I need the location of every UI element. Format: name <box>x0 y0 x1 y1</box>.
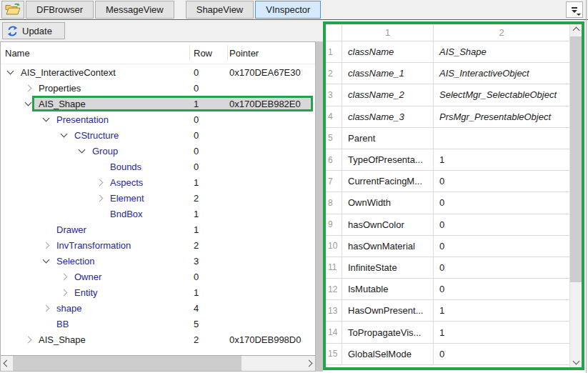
scroll-up-button[interactable] <box>570 24 582 36</box>
tree-item-label: Selection <box>56 256 94 267</box>
table-row[interactable]: 15 GlobalSelMode 0 <box>326 344 569 365</box>
property-value-cell[interactable]: 1 <box>434 149 569 170</box>
property-name-cell[interactable]: className_1 <box>342 63 434 84</box>
panel-splitter[interactable] <box>316 41 323 372</box>
property-value-cell[interactable]: 0 <box>434 214 569 235</box>
table-row[interactable]: 3 className_2 SelectMgr_SelectableObject <box>326 84 569 106</box>
tree-row[interactable]: AIS_InteractiveContext 0 0x170DEA67E30 <box>1 64 315 80</box>
tree-horizontal-scrollbar[interactable] <box>1 355 315 371</box>
table-vertical-scrollbar[interactable] <box>569 24 582 367</box>
table-row[interactable]: 7 CurrentFacingM... 0 <box>326 171 569 192</box>
vertical-scrollbar-thumb[interactable] <box>570 36 582 282</box>
tree-row[interactable]: CStructure 0 <box>1 127 315 143</box>
table-row[interactable]: 6 TypeOfPresenta... 1 <box>326 149 569 171</box>
tree-expand-icon[interactable] <box>96 194 104 202</box>
property-name-cell[interactable]: InfiniteState <box>342 257 434 278</box>
tree-expand-icon[interactable] <box>7 68 14 75</box>
tree-row[interactable]: Aspects 1 <box>1 174 315 190</box>
tree-column-row[interactable]: Row <box>190 45 228 61</box>
property-name-cell[interactable]: ToPropagateVis... <box>342 322 434 342</box>
property-name-cell[interactable]: OwnWidth <box>342 192 434 213</box>
tree-expand-icon[interactable] <box>43 257 50 264</box>
tree-expand-icon[interactable] <box>61 273 68 280</box>
property-value-cell[interactable]: AIS_Shape <box>434 41 569 62</box>
scroll-right-button[interactable] <box>303 356 315 371</box>
tree-row[interactable]: AIS_Shape 1 0x170DEB982E0 <box>1 96 315 111</box>
view-tab[interactable]: MessageView <box>95 1 174 19</box>
property-name-cell[interactable]: Parent <box>342 128 434 149</box>
column-header-2[interactable]: 2 <box>434 24 569 41</box>
property-name-cell[interactable]: CurrentFacingM... <box>342 171 434 192</box>
tree-expand-icon[interactable] <box>61 289 68 296</box>
property-value-cell[interactable]: 1 <box>434 300 569 321</box>
tree-row[interactable]: AIS_Shape 2 0x170DEB998D0 <box>1 332 315 347</box>
table-row[interactable]: 11 InfiniteState 0 <box>326 257 569 279</box>
property-name-cell[interactable]: IsMutable <box>342 279 434 299</box>
tree-row[interactable]: Element 2 <box>1 190 315 206</box>
property-value-cell[interactable]: 0 <box>434 279 569 299</box>
view-tab[interactable]: DFBrowser <box>26 1 94 19</box>
table-row[interactable]: 1 className AIS_Shape <box>326 41 569 63</box>
property-name-cell[interactable]: HasOwnPresent... <box>342 300 434 321</box>
table-row[interactable]: 13 HasOwnPresent... 1 <box>326 300 569 322</box>
toolbar-extension-button[interactable] <box>566 1 583 18</box>
table-row[interactable]: 14 ToPropagateVis... 1 <box>326 322 569 343</box>
property-name-cell[interactable]: className_2 <box>342 84 434 105</box>
property-value-cell[interactable]: 0 <box>434 171 569 192</box>
update-button[interactable]: Update <box>2 22 65 39</box>
property-value-cell[interactable]: 0 <box>434 344 569 364</box>
table-row[interactable]: 5 Parent <box>326 128 569 149</box>
property-value-cell[interactable]: 1 <box>434 322 569 342</box>
property-value-cell[interactable]: 0 <box>434 192 569 213</box>
scroll-left-button[interactable] <box>1 356 13 371</box>
tree-expand-icon[interactable] <box>25 336 32 343</box>
table-row[interactable]: 12 IsMutable 0 <box>326 279 569 300</box>
tree-expand-icon[interactable] <box>43 115 50 122</box>
table-row[interactable]: 9 hasOwnColor 0 <box>326 214 569 236</box>
property-name-cell[interactable]: className <box>342 41 434 62</box>
horizontal-scrollbar-thumb[interactable] <box>13 356 241 371</box>
tree-row[interactable]: Drawer 1 <box>1 222 315 237</box>
tree-row[interactable]: Properties 0 <box>1 80 315 96</box>
property-value-cell[interactable]: 0 <box>434 236 569 257</box>
tree-expand-icon[interactable] <box>25 99 32 106</box>
property-name-cell[interactable]: hasOwnColor <box>342 214 434 235</box>
property-name-cell[interactable]: hasOwnMaterial <box>342 236 434 257</box>
open-file-button[interactable] <box>1 1 24 19</box>
tree-row[interactable]: Selection 3 <box>1 253 315 269</box>
tree-column-pointer[interactable]: Pointer <box>228 45 315 61</box>
property-value-cell[interactable]: SelectMgr_SelectableObject <box>434 84 569 105</box>
property-value-cell[interactable]: AIS_InteractiveObject <box>434 63 569 84</box>
tree-row[interactable]: BB 5 <box>1 316 315 332</box>
tree-expand-icon[interactable] <box>43 304 50 312</box>
tree-row[interactable]: BndBox 1 <box>1 206 315 222</box>
tree-expand-icon[interactable] <box>25 84 32 91</box>
tree-row[interactable]: Entity 1 <box>1 284 315 300</box>
property-value-cell[interactable]: PrsMgr_PresentableObject <box>434 106 569 127</box>
table-row[interactable]: 10 hasOwnMaterial 0 <box>326 236 569 257</box>
tree-row[interactable]: Bounds 0 <box>1 159 315 174</box>
tree-expand-icon[interactable] <box>43 242 50 249</box>
table-row[interactable]: 8 OwnWidth 0 <box>326 192 569 214</box>
tree-row[interactable]: Owner 0 <box>1 269 315 284</box>
table-row-number: 1 <box>326 41 342 62</box>
view-tab[interactable]: ShapeView <box>186 1 254 19</box>
tree-row[interactable]: Presentation 0 <box>1 111 315 127</box>
property-name-cell[interactable]: className_3 <box>342 106 434 127</box>
tree-expand-icon[interactable] <box>96 179 104 186</box>
column-header-1[interactable]: 1 <box>342 24 434 41</box>
tree-row[interactable]: shape 4 <box>1 300 315 316</box>
scroll-down-button[interactable] <box>570 355 582 367</box>
property-name-cell[interactable]: TypeOfPresenta... <box>342 149 434 170</box>
table-row[interactable]: 4 className_3 PrsMgr_PresentableObject <box>326 106 569 128</box>
tree-expand-icon[interactable] <box>61 131 68 138</box>
property-name-cell[interactable]: GlobalSelMode <box>342 344 434 364</box>
table-row[interactable]: 2 className_1 AIS_InteractiveObject <box>326 63 569 84</box>
property-value-cell[interactable]: 0 <box>434 257 569 278</box>
tree-column-name[interactable]: Name <box>1 45 190 61</box>
tree-row[interactable]: InvTransformation 2 <box>1 237 315 253</box>
view-tab[interactable]: VInspector <box>255 1 321 19</box>
tree-row[interactable]: Group 0 <box>1 143 315 159</box>
tree-expand-icon[interactable] <box>79 146 86 154</box>
property-value-cell[interactable] <box>434 128 569 149</box>
